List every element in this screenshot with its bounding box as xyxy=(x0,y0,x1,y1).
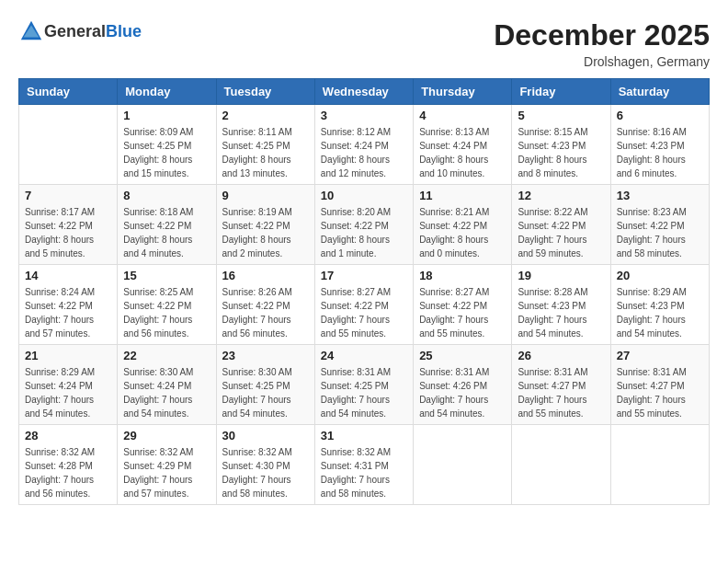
calendar-table: SundayMondayTuesdayWednesdayThursdayFrid… xyxy=(18,78,710,505)
day-number: 5 xyxy=(518,109,604,122)
calendar-cell: 11Sunrise: 8:21 AM Sunset: 4:22 PM Dayli… xyxy=(414,185,512,265)
day-info: Sunrise: 8:32 AM Sunset: 4:30 PM Dayligh… xyxy=(222,445,309,500)
day-number: 8 xyxy=(123,189,210,202)
calendar-cell: 17Sunrise: 8:27 AM Sunset: 4:22 PM Dayli… xyxy=(314,265,413,345)
day-info: Sunrise: 8:09 AM Sunset: 4:25 PM Dayligh… xyxy=(123,125,210,180)
day-number: 10 xyxy=(321,189,407,202)
calendar-cell: 31Sunrise: 8:32 AM Sunset: 4:31 PM Dayli… xyxy=(314,425,413,505)
day-info: Sunrise: 8:13 AM Sunset: 4:24 PM Dayligh… xyxy=(419,125,506,180)
weekday-header-sunday: Sunday xyxy=(19,79,118,105)
day-number: 15 xyxy=(123,269,210,282)
calendar-week-row: 7Sunrise: 8:17 AM Sunset: 4:22 PM Daylig… xyxy=(19,185,710,265)
calendar-cell: 7Sunrise: 8:17 AM Sunset: 4:22 PM Daylig… xyxy=(19,185,118,265)
day-number: 26 xyxy=(518,349,604,362)
day-number: 6 xyxy=(617,109,703,122)
day-number: 25 xyxy=(419,349,506,362)
day-info: Sunrise: 8:29 AM Sunset: 4:24 PM Dayligh… xyxy=(25,365,111,420)
weekday-header-thursday: Thursday xyxy=(414,79,512,105)
day-info: Sunrise: 8:28 AM Sunset: 4:23 PM Dayligh… xyxy=(518,285,604,340)
weekday-header-monday: Monday xyxy=(118,79,216,105)
day-info: Sunrise: 8:30 AM Sunset: 4:25 PM Dayligh… xyxy=(222,365,309,420)
day-info: Sunrise: 8:15 AM Sunset: 4:23 PM Dayligh… xyxy=(518,125,604,180)
day-info: Sunrise: 8:24 AM Sunset: 4:22 PM Dayligh… xyxy=(25,285,111,340)
calendar-cell: 2Sunrise: 8:11 AM Sunset: 4:25 PM Daylig… xyxy=(216,105,314,185)
calendar-cell: 1Sunrise: 8:09 AM Sunset: 4:25 PM Daylig… xyxy=(118,105,216,185)
day-info: Sunrise: 8:32 AM Sunset: 4:28 PM Dayligh… xyxy=(25,445,111,500)
day-info: Sunrise: 8:19 AM Sunset: 4:22 PM Dayligh… xyxy=(222,205,309,260)
day-number: 24 xyxy=(321,349,407,362)
day-info: Sunrise: 8:31 AM Sunset: 4:25 PM Dayligh… xyxy=(321,365,407,420)
day-number: 19 xyxy=(518,269,604,282)
day-info: Sunrise: 8:27 AM Sunset: 4:22 PM Dayligh… xyxy=(419,285,506,340)
calendar-cell: 16Sunrise: 8:26 AM Sunset: 4:22 PM Dayli… xyxy=(216,265,314,345)
calendar-cell: 13Sunrise: 8:23 AM Sunset: 4:22 PM Dayli… xyxy=(610,185,709,265)
day-info: Sunrise: 8:31 AM Sunset: 4:27 PM Dayligh… xyxy=(617,365,703,420)
calendar-cell: 27Sunrise: 8:31 AM Sunset: 4:27 PM Dayli… xyxy=(610,345,709,425)
logo-blue-text: Blue xyxy=(106,22,142,40)
calendar-cell: 29Sunrise: 8:32 AM Sunset: 4:29 PM Dayli… xyxy=(118,425,216,505)
calendar-cell: 23Sunrise: 8:30 AM Sunset: 4:25 PM Dayli… xyxy=(216,345,314,425)
calendar-cell: 3Sunrise: 8:12 AM Sunset: 4:24 PM Daylig… xyxy=(314,105,413,185)
day-number: 17 xyxy=(321,269,407,282)
title-area: December 2025 Drolshagen, Germany xyxy=(494,18,710,69)
calendar-week-row: 21Sunrise: 8:29 AM Sunset: 4:24 PM Dayli… xyxy=(19,345,710,425)
day-number: 28 xyxy=(25,429,111,442)
day-info: Sunrise: 8:29 AM Sunset: 4:23 PM Dayligh… xyxy=(617,285,703,340)
calendar-cell: 28Sunrise: 8:32 AM Sunset: 4:28 PM Dayli… xyxy=(19,425,118,505)
day-info: Sunrise: 8:11 AM Sunset: 4:25 PM Dayligh… xyxy=(222,125,309,180)
day-info: Sunrise: 8:30 AM Sunset: 4:24 PM Dayligh… xyxy=(123,365,210,420)
day-info: Sunrise: 8:21 AM Sunset: 4:22 PM Dayligh… xyxy=(419,205,506,260)
calendar-cell: 24Sunrise: 8:31 AM Sunset: 4:25 PM Dayli… xyxy=(314,345,413,425)
calendar-cell: 8Sunrise: 8:18 AM Sunset: 4:22 PM Daylig… xyxy=(118,185,216,265)
day-number: 31 xyxy=(321,429,407,442)
day-number: 21 xyxy=(25,349,111,362)
day-info: Sunrise: 8:32 AM Sunset: 4:29 PM Dayligh… xyxy=(123,445,210,500)
day-info: Sunrise: 8:17 AM Sunset: 4:22 PM Dayligh… xyxy=(25,205,111,260)
day-info: Sunrise: 8:20 AM Sunset: 4:22 PM Dayligh… xyxy=(321,205,407,260)
day-number: 13 xyxy=(617,189,703,202)
calendar-cell: 25Sunrise: 8:31 AM Sunset: 4:26 PM Dayli… xyxy=(414,345,512,425)
location-text: Drolshagen, Germany xyxy=(494,54,710,69)
day-number: 11 xyxy=(419,189,506,202)
calendar-cell xyxy=(414,425,512,505)
calendar-cell: 10Sunrise: 8:20 AM Sunset: 4:22 PM Dayli… xyxy=(314,185,413,265)
calendar-cell: 26Sunrise: 8:31 AM Sunset: 4:27 PM Dayli… xyxy=(512,345,610,425)
day-number: 23 xyxy=(222,349,309,362)
page-header: GeneralBlue December 2025 Drolshagen, Ge… xyxy=(18,18,710,69)
weekday-header-row: SundayMondayTuesdayWednesdayThursdayFrid… xyxy=(19,79,710,105)
day-number: 12 xyxy=(518,189,604,202)
calendar-week-row: 28Sunrise: 8:32 AM Sunset: 4:28 PM Dayli… xyxy=(19,425,710,505)
calendar-cell: 21Sunrise: 8:29 AM Sunset: 4:24 PM Dayli… xyxy=(19,345,118,425)
day-number: 29 xyxy=(123,429,210,442)
day-number: 2 xyxy=(222,109,309,122)
day-info: Sunrise: 8:18 AM Sunset: 4:22 PM Dayligh… xyxy=(123,205,210,260)
day-number: 16 xyxy=(222,269,309,282)
day-info: Sunrise: 8:31 AM Sunset: 4:26 PM Dayligh… xyxy=(419,365,506,420)
day-number: 4 xyxy=(419,109,506,122)
calendar-cell: 12Sunrise: 8:22 AM Sunset: 4:22 PM Dayli… xyxy=(512,185,610,265)
calendar-cell: 14Sunrise: 8:24 AM Sunset: 4:22 PM Dayli… xyxy=(19,265,118,345)
day-number: 18 xyxy=(419,269,506,282)
day-number: 3 xyxy=(321,109,407,122)
day-number: 14 xyxy=(25,269,111,282)
calendar-cell: 19Sunrise: 8:28 AM Sunset: 4:23 PM Dayli… xyxy=(512,265,610,345)
day-info: Sunrise: 8:25 AM Sunset: 4:22 PM Dayligh… xyxy=(123,285,210,340)
day-info: Sunrise: 8:27 AM Sunset: 4:22 PM Dayligh… xyxy=(321,285,407,340)
calendar-cell xyxy=(610,425,709,505)
day-info: Sunrise: 8:16 AM Sunset: 4:23 PM Dayligh… xyxy=(617,125,703,180)
calendar-cell: 6Sunrise: 8:16 AM Sunset: 4:23 PM Daylig… xyxy=(610,105,709,185)
day-info: Sunrise: 8:12 AM Sunset: 4:24 PM Dayligh… xyxy=(321,125,407,180)
day-number: 1 xyxy=(123,109,210,122)
day-number: 30 xyxy=(222,429,309,442)
calendar-cell: 30Sunrise: 8:32 AM Sunset: 4:30 PM Dayli… xyxy=(216,425,314,505)
day-number: 27 xyxy=(617,349,703,362)
weekday-header-friday: Friday xyxy=(512,79,610,105)
calendar-cell xyxy=(19,105,118,185)
day-number: 7 xyxy=(25,189,111,202)
day-info: Sunrise: 8:22 AM Sunset: 4:22 PM Dayligh… xyxy=(518,205,604,260)
calendar-cell: 18Sunrise: 8:27 AM Sunset: 4:22 PM Dayli… xyxy=(414,265,512,345)
day-info: Sunrise: 8:23 AM Sunset: 4:22 PM Dayligh… xyxy=(617,205,703,260)
calendar-cell: 22Sunrise: 8:30 AM Sunset: 4:24 PM Dayli… xyxy=(118,345,216,425)
logo-general-text: General xyxy=(44,22,106,40)
calendar-cell: 15Sunrise: 8:25 AM Sunset: 4:22 PM Dayli… xyxy=(118,265,216,345)
